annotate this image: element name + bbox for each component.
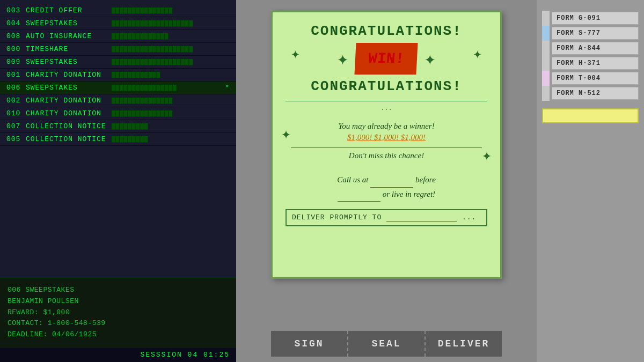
mail-item[interactable]: 008 AUTO INSURANCE ██████████████ [0, 30, 236, 43]
win-badge: WIN! [356, 45, 417, 73]
star-right: ✦ [425, 47, 436, 71]
form-tab-color [542, 26, 550, 41]
item-id: 002 [6, 97, 26, 105]
call-field-2 [338, 188, 380, 202]
item-type: SWEEPSTAKES [26, 84, 112, 92]
call-section: Call us at before or live in regret! [291, 173, 482, 202]
item-type: CHARITY DONATION [26, 97, 112, 105]
deliver-field [386, 213, 457, 222]
deliver-label: DELIVER PROMPTLY TO [292, 213, 382, 221]
form-t-004[interactable]: FORM T-004 [542, 71, 639, 86]
document-area: CONGRATULATIONS! ✦ ✦ ✦ WIN! ✦ CONGRATULA… [247, 11, 526, 322]
item-type: CHARITY DONATION [26, 109, 112, 117]
item-bar: ███████████████ [112, 8, 228, 14]
info-line3: REWARD: $1,000 [8, 307, 229, 319]
mail-item[interactable]: 000 TIMESHARE ████████████████████ [0, 43, 236, 56]
item-type: AUTO INSURANCE [26, 32, 112, 40]
mail-list: 003 CREDIT OFFER ███████████████ 004 SWE… [0, 0, 236, 277]
item-bar: ███████████████ [112, 98, 228, 104]
item-type: SWEEPSTAKES [26, 19, 112, 27]
deliver-ellipsis: ... [462, 213, 476, 221]
form-tab-label: FORM A-844 [552, 42, 639, 55]
call-field-1 [370, 173, 413, 188]
star-top-left: ✦ [291, 45, 300, 63]
action-bar: SIGN SEAL DELIVER [271, 331, 502, 357]
form-h-371[interactable]: FORM H-371 [542, 56, 639, 71]
mail-item[interactable]: 005 COLLECTION NOTICE █████████ [0, 133, 236, 146]
mail-item[interactable]: 002 CHARITY DONATION ███████████████ [0, 94, 236, 107]
form-tab-color [542, 41, 550, 56]
item-type: TIMESHARE [26, 45, 112, 53]
sign-button[interactable]: SIGN [271, 331, 348, 357]
item-bar: ███████████████ [112, 110, 228, 117]
form-highlight [542, 108, 639, 123]
doc-body: ✦ You may already be a winner! $1,000! $… [286, 113, 487, 167]
right-panel: FORM G-091 FORM S-777 FORM A-844 FORM H-… [537, 0, 644, 362]
winner-text: You may already be a winner! [291, 122, 482, 131]
item-bar: ██████████████ [112, 33, 228, 40]
divider-2 [291, 147, 482, 148]
info-panel: 006 SWEEPSTAKES BENJAMIN POULSEN REWARD:… [0, 277, 236, 347]
star-left: ✦ [337, 47, 349, 71]
form-tab-color [542, 11, 550, 26]
win-badge-area: ✦ ✦ ✦ WIN! ✦ [286, 45, 487, 73]
congrats-bottom: CONGRATULATIONS! [286, 78, 487, 94]
info-line1: 006 SWEEPSTAKES [8, 285, 229, 296]
item-id: 009 [6, 58, 26, 66]
item-bar: ████████████████████ [112, 59, 228, 65]
call-before: Call us at [337, 175, 368, 184]
congrats-top: CONGRATULATIONS! [286, 23, 487, 39]
item-id: 001 [6, 71, 26, 79]
form-tabs: FORM G-091 FORM S-777 FORM A-844 FORM H-… [542, 11, 639, 101]
session-bar: SESSSION 04 01:25 [0, 347, 236, 362]
form-a-844[interactable]: FORM A-844 [542, 41, 639, 56]
form-s-777[interactable]: FORM S-777 [542, 26, 639, 41]
item-type: SWEEPSTAKES [26, 58, 112, 66]
form-tab-label: FORM G-091 [552, 12, 639, 25]
item-type: COLLECTION NOTICE [26, 122, 112, 130]
call-before-text: before [415, 175, 436, 184]
info-line4: CONTACT: 1-800-548-539 [8, 318, 229, 329]
item-bar: ████████████████ [112, 85, 223, 91]
mail-item[interactable]: 007 COLLECTION NOTICE █████████ [0, 120, 236, 133]
ellipsis-1: ... [286, 105, 487, 112]
item-id: 005 [6, 135, 26, 143]
mail-item[interactable]: 003 CREDIT OFFER ███████████████ [0, 4, 236, 17]
form-tab-label: FORM S-777 [552, 27, 639, 40]
session-text: SESSSION 04 01:25 [140, 351, 230, 359]
mail-item[interactable]: 001 CHARITY DONATION ████████████ [0, 69, 236, 82]
info-line5: DEADLINE: 04/06/1925 [8, 329, 229, 341]
item-bar: ████████████████████ [112, 46, 228, 53]
item-bar: ████████████████████ [112, 20, 228, 27]
item-id: 006 [6, 84, 26, 92]
call-after-text: or live in regret! [383, 190, 435, 198]
form-tab-color [542, 56, 550, 71]
item-star: * [225, 84, 230, 92]
deliver-section: DELIVER PROMPTLY TO ... [286, 209, 487, 226]
mail-item[interactable]: 006 SWEEPSTAKES ████████████████ * [0, 82, 236, 94]
form-tab-label: FORM T-004 [552, 72, 639, 85]
seal-button[interactable]: SEAL [348, 331, 426, 357]
form-tab-label: FORM N-512 [552, 87, 639, 100]
form-tab-color [542, 71, 550, 86]
item-type: COLLECTION NOTICE [26, 135, 112, 143]
item-id: 000 [6, 45, 26, 53]
chance-text: Don't miss this chance! [291, 151, 482, 160]
info-line2: BENJAMIN POULSEN [8, 296, 229, 307]
amount-text: $1,000! $1,000! $1,000! [291, 133, 482, 142]
item-id: 010 [6, 109, 26, 117]
item-id: 003 [6, 6, 26, 14]
deliver-button[interactable]: DELIVER [426, 331, 502, 357]
form-n-512[interactable]: FORM N-512 [542, 86, 639, 101]
mail-item[interactable]: 009 SWEEPSTAKES ████████████████████ [0, 56, 236, 69]
star-body-left: ✦ [281, 124, 291, 144]
item-bar: █████████ [112, 123, 228, 130]
form-tab-color [542, 86, 550, 101]
win-document: CONGRATULATIONS! ✦ ✦ ✦ WIN! ✦ CONGRATULA… [271, 11, 502, 279]
mail-item[interactable]: 010 CHARITY DONATION ███████████████ [0, 107, 236, 120]
item-id: 007 [6, 122, 26, 130]
mail-item[interactable]: 004 SWEEPSTAKES ████████████████████ [0, 17, 236, 30]
item-bar: ████████████ [112, 72, 228, 78]
form-g-091[interactable]: FORM G-091 [542, 11, 639, 26]
center-panel: CONGRATULATIONS! ✦ ✦ ✦ WIN! ✦ CONGRATULA… [236, 0, 537, 362]
